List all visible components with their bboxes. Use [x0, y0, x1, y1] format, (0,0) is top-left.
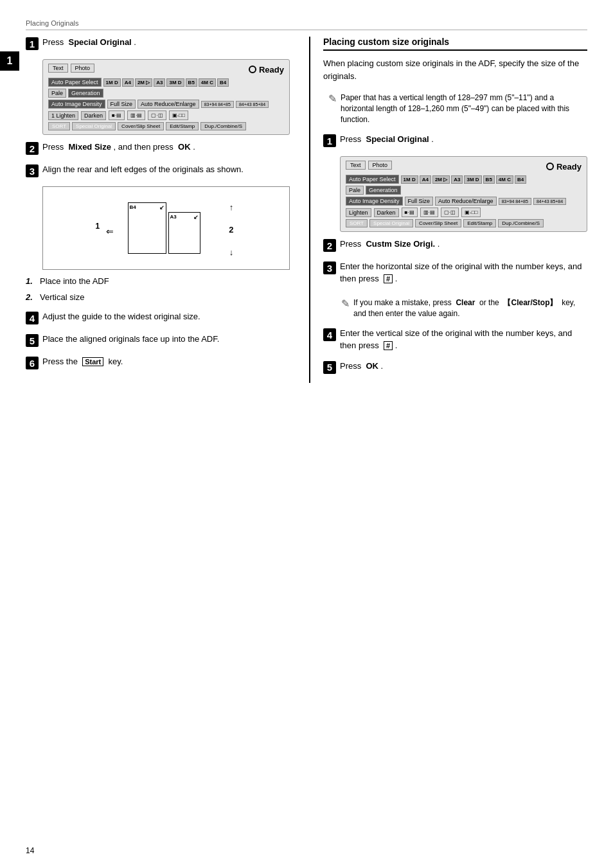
step-5-text: Place the aligned originals face up into…: [42, 333, 219, 345]
copier-row-density-2: Auto Image Density Full Size Auto Reduce…: [346, 197, 582, 206]
copier-size-btns-1: 1M D A4 2M ▷ A3 3M D B5 4M C B4: [103, 78, 229, 87]
copier-icon-row-1: 1 Lighten Darken ■·▤ ▥·▤ ▢·◫ ▣-□□: [48, 111, 284, 120]
section-title: Placing custom size originals: [323, 37, 587, 51]
right-column: Placing custom size originals When placi…: [309, 37, 587, 383]
note-2-text: If you make a mistake, press Clear or th…: [353, 297, 582, 319]
step-5-number: 5: [26, 334, 39, 347]
step-6-text: Press the Start key.: [42, 356, 123, 368]
note-1: ✎ Paper that has a vertical length of 12…: [323, 89, 587, 128]
diagram-paper-a3: A3 ↙: [168, 212, 200, 254]
copier-bottom-btns-1: SORT Special Original Cover/Slip Sheet E…: [48, 122, 284, 130]
intro-text: When placing custom size originals in th…: [323, 57, 587, 82]
step-2-number: 2: [26, 142, 39, 155]
right-step-2-text: Press Custm Size Origi. .: [340, 238, 440, 250]
note-icon-1: ✎: [328, 93, 337, 105]
step-3-number: 3: [26, 164, 39, 177]
side-number: 1: [0, 51, 19, 71]
right-step-1: 1 Press Special Original .: [323, 134, 587, 147]
page-header: Placing Originals: [26, 19, 587, 30]
step-6-number: 6: [26, 357, 39, 369]
copier-tabs-2: Text Photo: [346, 161, 392, 170]
step-1-number: 1: [26, 37, 39, 50]
left-step-1: 1 Press Special Original .: [26, 37, 290, 50]
page-footer: 14: [26, 846, 34, 855]
diagram-paper-b4: B4 ↙: [128, 202, 166, 254]
copier-row-gen-2: Pale Generation: [346, 186, 582, 195]
right-step-4-number: 4: [323, 328, 336, 341]
copier-tab-text-2: Text: [346, 161, 366, 170]
step-2-text: Press Mixed Size , and then press OK .: [42, 141, 195, 153]
right-step-2-number: 2: [323, 239, 336, 252]
step-4-number: 4: [26, 312, 39, 324]
ready-circle-1: [249, 66, 256, 73]
copier-ready-2: Ready: [546, 162, 582, 172]
copier-bottom-btns-2: SORT Special Original Cover/Slip Sheet E…: [346, 219, 582, 227]
copier-screen-1: Text Photo Ready Auto Paper Select 1M D …: [42, 59, 290, 135]
copier-screen-2: Text Photo Ready Auto Paper Select 1M D …: [340, 156, 587, 232]
right-step-3-text: Enter the horizontal size of the origina…: [340, 261, 587, 284]
right-step-4-text: Enter the vertical size of the original …: [340, 328, 587, 351]
left-step-5: 5 Place the aligned originals face up in…: [26, 333, 290, 347]
copier-row-density-1: Auto Image Density Full Size Auto Reduce…: [48, 100, 284, 109]
copier-tabs-1: Text Photo: [48, 64, 94, 73]
left-step-4: 4 Adjust the guide to the widest origina…: [26, 311, 290, 324]
right-step-5-number: 5: [323, 361, 336, 374]
copier-ready-1: Ready: [249, 65, 284, 75]
copier-tab-text-1: Text: [48, 64, 68, 73]
diagram-vertical-arrows: ↑ 2 ↓: [229, 202, 233, 257]
left-step-3: 3 Align the rear and left edges of the o…: [26, 164, 290, 177]
ready-circle-2: [546, 163, 554, 170]
left-step-2: 2 Press Mixed Size , and then press OK .: [26, 141, 290, 155]
copier-tab-photo-1: Photo: [71, 64, 95, 73]
diagram-inner: 1 ⇐ B4 ↙ A3 ↙: [96, 199, 237, 257]
right-step-3: 3 Enter the horizontal size of the origi…: [323, 261, 587, 284]
right-step-5: 5 Press OK .: [323, 360, 587, 374]
diagram-label-2: 2: [229, 225, 233, 235]
right-step-5-text: Press OK .: [340, 360, 383, 372]
diagram-papers: B4 ↙ A3 ↙: [128, 202, 200, 254]
copier-size-btns-2: 1M D A4 2M ▷ A3 3M D B5 4M C B4: [401, 175, 527, 184]
right-step-1-number: 1: [323, 134, 336, 147]
diagram-label-1: 1: [96, 222, 100, 231]
copier-row-paper-1: Auto Paper Select 1M D A4 2M ▷ A3 3M D B…: [48, 78, 284, 87]
sub-step-2: 2. Vertical size: [26, 292, 290, 302]
copier-row-gen-1: Pale Generation: [48, 89, 284, 98]
step-1-text: Press Special Original .: [42, 37, 136, 48]
note-2: ✎ If you make a mistake, press Clear or …: [336, 294, 587, 323]
right-step-4: 4 Enter the vertical size of the origina…: [323, 328, 587, 351]
copier-auto-paper-1: Auto Paper Select: [48, 78, 102, 87]
right-step-3-number: 3: [323, 261, 336, 274]
copier-row-paper-2: Auto Paper Select 1M D A4 2M ▷ A3 3M D B…: [346, 175, 582, 184]
step-4-text: Adjust the guide to the widest original …: [42, 311, 200, 323]
note-1-text: Paper that has a vertical length of 128–…: [341, 93, 582, 125]
step-3-text: Align the rear and left edges of the ori…: [42, 164, 244, 175]
diagram: 1 ⇐ B4 ↙ A3 ↙: [42, 186, 290, 270]
diagram-arrow-left: ⇐: [106, 226, 114, 236]
copier-icon-row-2: Lighten Darken ■·▤ ▥·▤ ▢·◫ ▣-□□: [346, 208, 582, 217]
left-column: 1 Press Special Original . Text Photo Re…: [26, 37, 290, 383]
right-step-1-text: Press Special Original .: [340, 134, 434, 145]
right-step-2: 2 Press Custm Size Origi. .: [323, 238, 587, 252]
left-step-6: 6 Press the Start key.: [26, 356, 290, 369]
note-icon-2: ✎: [341, 297, 350, 310]
sub-step-1: 1. Place into the ADF: [26, 276, 290, 286]
copier-tab-photo-2: Photo: [368, 161, 393, 170]
